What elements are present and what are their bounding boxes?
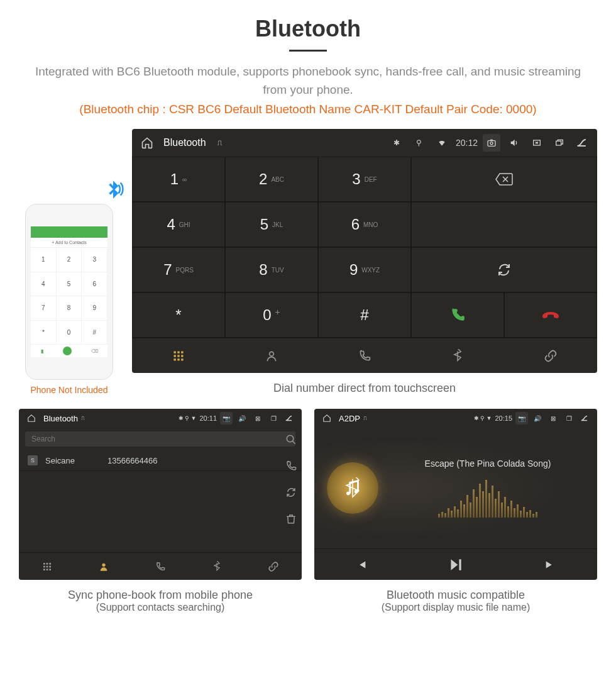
status-title: A2DP xyxy=(339,414,360,423)
key-3[interactable]: 3DEF xyxy=(318,157,411,202)
dial-pad: 1∞ 2ABC 3DEF 4GHI 5JKL 6MNO 7PQRS 8TUV 9… xyxy=(132,157,597,338)
music-caption: Bluetooth music compatible (Support disp… xyxy=(314,589,597,613)
svg-rect-23 xyxy=(49,569,51,570)
status-title: Bluetooth xyxy=(163,137,206,148)
svg-rect-21 xyxy=(43,569,45,570)
svg-point-13 xyxy=(270,352,274,356)
search-input[interactable] xyxy=(25,431,295,447)
key-7[interactable]: 7PQRS xyxy=(132,247,225,292)
tab-contacts[interactable] xyxy=(225,338,318,373)
next-track-button[interactable] xyxy=(544,558,558,572)
key-6[interactable]: 6MNO xyxy=(318,202,411,247)
wifi-icon xyxy=(433,134,451,152)
volume-icon[interactable] xyxy=(505,134,523,152)
close-app-icon[interactable]: ⊠ xyxy=(251,412,264,425)
svg-rect-19 xyxy=(47,565,48,567)
tab-pair[interactable] xyxy=(245,553,302,580)
song-title: Escape (The Pina Colada Song) xyxy=(391,458,585,469)
tab-recent[interactable] xyxy=(318,338,411,373)
tab-contacts[interactable] xyxy=(75,553,132,580)
tab-pair[interactable] xyxy=(504,338,597,373)
back-icon[interactable] xyxy=(573,134,591,152)
svg-point-14 xyxy=(287,435,294,442)
svg-rect-9 xyxy=(181,355,183,357)
call-icon[interactable] xyxy=(285,460,297,472)
recent-apps-icon[interactable] xyxy=(551,134,568,152)
status-bar: A2DP ⎍ ✱ ⚲ ▼ 20:15 📷 🔊 ⊠ ❐ xyxy=(314,409,597,428)
bottom-tab-bar xyxy=(19,552,302,580)
contact-row[interactable]: S Seicane 13566664466 xyxy=(19,450,302,471)
svg-point-25 xyxy=(346,492,350,496)
status-time: 20:11 xyxy=(199,414,217,422)
svg-rect-3 xyxy=(556,141,561,145)
status-title: Bluetooth xyxy=(43,414,78,423)
page-subtitle: Integrated with BC6 Bluetooth module, su… xyxy=(0,63,616,99)
side-actions xyxy=(285,434,297,525)
svg-rect-7 xyxy=(174,355,176,357)
svg-point-1 xyxy=(490,142,493,145)
close-app-icon[interactable] xyxy=(528,134,546,152)
hangup-button[interactable] xyxy=(504,292,597,338)
music-screen: A2DP ⎍ ✱ ⚲ ▼ 20:15 📷 🔊 ⊠ ❐ Escape (The P… xyxy=(314,409,597,580)
svg-rect-8 xyxy=(177,355,179,357)
sync-icon[interactable] xyxy=(285,487,297,498)
key-hash[interactable]: # xyxy=(318,292,411,338)
spec-line: (Bluetooth chip : CSR BC6 Default Blueto… xyxy=(0,103,616,116)
home-icon[interactable] xyxy=(321,412,333,425)
backspace-button[interactable] xyxy=(411,157,597,202)
key-star[interactable]: * xyxy=(132,292,225,338)
status-bar: Bluetooth ⎍ ✱ ⚲ 20:12 xyxy=(132,129,597,157)
close-app-icon[interactable]: ⊠ xyxy=(547,412,559,425)
title-underline xyxy=(289,50,327,52)
tab-dialpad[interactable] xyxy=(132,338,225,373)
key-8[interactable]: 8TUV xyxy=(225,247,318,292)
key-0[interactable]: 0+ xyxy=(225,292,318,338)
page-title: Bluetooth xyxy=(0,0,616,42)
album-art-icon xyxy=(327,462,378,514)
svg-rect-6 xyxy=(181,351,183,353)
search-icon[interactable] xyxy=(285,434,297,445)
volume-icon[interactable]: 🔊 xyxy=(236,412,248,425)
phone-not-included-label: Phone Not Included xyxy=(19,385,119,395)
usb-icon: ⎍ xyxy=(211,134,229,152)
play-pause-button[interactable] xyxy=(448,557,464,573)
prev-track-button[interactable] xyxy=(354,558,368,572)
music-controls xyxy=(314,548,597,580)
camera-icon[interactable]: 📷 xyxy=(515,412,528,425)
svg-rect-5 xyxy=(177,351,179,353)
call-button[interactable] xyxy=(411,292,504,338)
contact-list: S Seicane 13566664466 xyxy=(19,450,302,545)
svg-rect-18 xyxy=(43,565,45,567)
camera-icon[interactable] xyxy=(483,134,500,152)
key-1[interactable]: 1∞ xyxy=(132,157,225,202)
contact-name: Seicane xyxy=(45,456,75,465)
recent-apps-icon[interactable]: ❐ xyxy=(563,412,575,425)
home-icon[interactable] xyxy=(25,412,38,425)
tab-dialpad[interactable] xyxy=(19,553,75,580)
status-time: 20:15 xyxy=(495,414,512,422)
swap-button[interactable] xyxy=(411,247,597,292)
key-4[interactable]: 4GHI xyxy=(132,202,225,247)
delete-icon[interactable] xyxy=(285,513,297,525)
camera-icon[interactable]: 📷 xyxy=(220,412,233,425)
svg-rect-15 xyxy=(43,563,45,565)
phone-mockup: + Add to Contacts 123 456 789 *0# ▮⌫ xyxy=(25,204,113,380)
tab-bluetooth[interactable] xyxy=(189,553,245,580)
svg-rect-22 xyxy=(47,569,48,570)
home-icon[interactable] xyxy=(138,134,156,152)
tab-recent[interactable] xyxy=(132,553,189,580)
svg-rect-4 xyxy=(174,351,176,353)
key-5[interactable]: 5JKL xyxy=(225,202,318,247)
key-9[interactable]: 9WXYZ xyxy=(318,247,411,292)
back-icon[interactable] xyxy=(578,412,591,425)
phone-illustration-column: + Add to Contacts 123 456 789 *0# ▮⌫ Pho… xyxy=(19,204,119,395)
svg-rect-20 xyxy=(49,565,51,567)
key-2[interactable]: 2ABC xyxy=(225,157,318,202)
phonebook-caption: Sync phone-book from mobile phone (Suppo… xyxy=(19,589,302,613)
back-icon[interactable] xyxy=(283,412,295,425)
tab-bluetooth[interactable] xyxy=(411,338,504,373)
recent-apps-icon[interactable]: ❐ xyxy=(267,412,280,425)
svg-point-24 xyxy=(102,563,105,566)
svg-rect-0 xyxy=(488,141,495,147)
volume-icon[interactable]: 🔊 xyxy=(531,412,544,425)
